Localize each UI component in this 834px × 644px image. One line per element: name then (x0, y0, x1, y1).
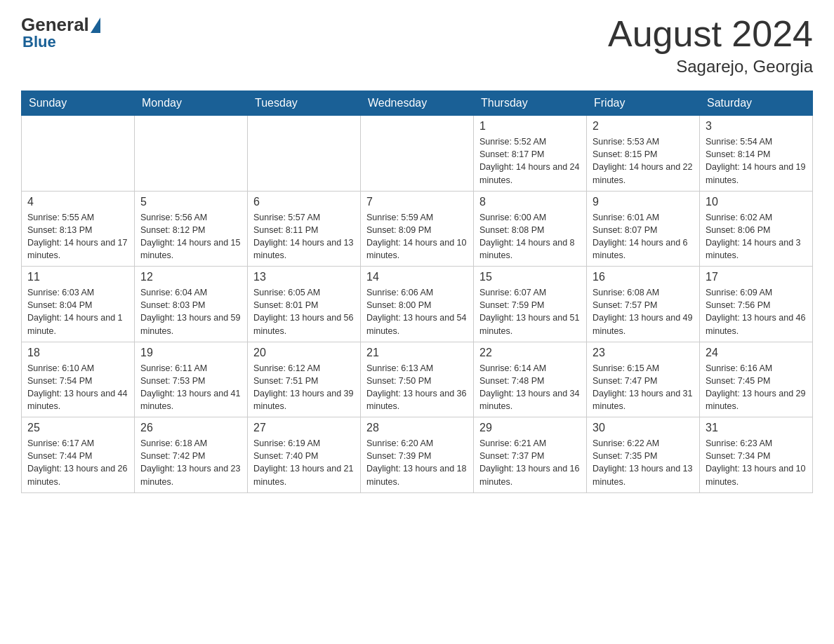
day-number: 10 (706, 196, 807, 208)
day-number: 14 (366, 271, 468, 283)
day-info: Sunrise: 5:57 AM Sunset: 8:11 PM Dayligh… (253, 211, 355, 262)
day-number: 5 (140, 196, 241, 208)
weekday-header-tuesday: Tuesday (248, 91, 361, 116)
day-number: 27 (253, 422, 355, 434)
day-info: Sunrise: 5:55 AM Sunset: 8:13 PM Dayligh… (27, 211, 128, 262)
day-info: Sunrise: 5:53 AM Sunset: 8:15 PM Dayligh… (593, 135, 694, 187)
weekday-header-sunday: Sunday (22, 91, 135, 116)
day-number: 7 (366, 196, 468, 208)
day-number: 20 (253, 347, 355, 359)
weekday-header-monday: Monday (135, 91, 248, 116)
day-number: 15 (479, 271, 581, 283)
day-number: 24 (706, 347, 807, 359)
calendar-cell: 7Sunrise: 5:59 AM Sunset: 8:09 PM Daylig… (361, 191, 474, 267)
calendar-cell: 31Sunrise: 6:23 AM Sunset: 7:34 PM Dayli… (700, 417, 813, 493)
day-info: Sunrise: 5:59 AM Sunset: 8:09 PM Dayligh… (366, 211, 468, 262)
calendar-cell: 4Sunrise: 5:55 AM Sunset: 8:13 PM Daylig… (22, 191, 135, 267)
day-number: 29 (479, 422, 581, 434)
calendar-cell (22, 116, 135, 192)
day-number: 4 (27, 196, 128, 208)
day-number: 23 (593, 347, 694, 359)
day-number: 26 (140, 422, 241, 434)
calendar-cell: 1Sunrise: 5:52 AM Sunset: 8:17 PM Daylig… (474, 116, 587, 192)
day-number: 25 (27, 422, 128, 434)
calendar-cell: 24Sunrise: 6:16 AM Sunset: 7:45 PM Dayli… (700, 342, 813, 417)
day-info: Sunrise: 6:07 AM Sunset: 7:59 PM Dayligh… (479, 286, 581, 337)
weekday-header-thursday: Thursday (474, 91, 587, 116)
calendar-cell: 20Sunrise: 6:12 AM Sunset: 7:51 PM Dayli… (248, 342, 361, 417)
day-number: 9 (593, 196, 694, 208)
calendar-cell: 23Sunrise: 6:15 AM Sunset: 7:47 PM Dayli… (587, 342, 700, 417)
day-info: Sunrise: 6:00 AM Sunset: 8:08 PM Dayligh… (479, 211, 581, 262)
day-info: Sunrise: 6:09 AM Sunset: 7:56 PM Dayligh… (706, 286, 807, 337)
logo-blue-text: Blue (22, 33, 56, 51)
calendar-cell: 29Sunrise: 6:21 AM Sunset: 7:37 PM Dayli… (474, 417, 587, 493)
day-info: Sunrise: 6:02 AM Sunset: 8:06 PM Dayligh… (706, 211, 807, 262)
calendar-cell: 9Sunrise: 6:01 AM Sunset: 8:07 PM Daylig… (587, 191, 700, 267)
location-text: Sagarejo, Georgia (608, 57, 813, 76)
day-info: Sunrise: 6:13 AM Sunset: 7:50 PM Dayligh… (366, 362, 468, 413)
day-number: 1 (479, 120, 581, 133)
calendar-cell: 2Sunrise: 5:53 AM Sunset: 8:15 PM Daylig… (587, 116, 700, 192)
calendar-cell: 11Sunrise: 6:03 AM Sunset: 8:04 PM Dayli… (22, 267, 135, 342)
day-info: Sunrise: 6:23 AM Sunset: 7:34 PM Dayligh… (706, 437, 807, 488)
day-number: 19 (140, 347, 241, 359)
day-info: Sunrise: 6:01 AM Sunset: 8:07 PM Dayligh… (593, 211, 694, 262)
calendar-cell: 28Sunrise: 6:20 AM Sunset: 7:39 PM Dayli… (361, 417, 474, 493)
calendar-cell: 10Sunrise: 6:02 AM Sunset: 8:06 PM Dayli… (700, 191, 813, 267)
calendar-cell: 19Sunrise: 6:11 AM Sunset: 7:53 PM Dayli… (135, 342, 248, 417)
weekday-header-row: SundayMondayTuesdayWednesdayThursdayFrid… (22, 91, 813, 116)
day-number: 31 (706, 422, 807, 434)
month-title: August 2024 (608, 14, 813, 54)
calendar-cell: 17Sunrise: 6:09 AM Sunset: 7:56 PM Dayli… (700, 267, 813, 342)
day-info: Sunrise: 6:17 AM Sunset: 7:44 PM Dayligh… (27, 437, 128, 488)
weekday-header-friday: Friday (587, 91, 700, 116)
day-info: Sunrise: 6:16 AM Sunset: 7:45 PM Dayligh… (706, 362, 807, 413)
calendar-cell: 22Sunrise: 6:14 AM Sunset: 7:48 PM Dayli… (474, 342, 587, 417)
calendar-cell: 25Sunrise: 6:17 AM Sunset: 7:44 PM Dayli… (22, 417, 135, 493)
day-info: Sunrise: 5:56 AM Sunset: 8:12 PM Dayligh… (140, 211, 241, 262)
day-number: 6 (253, 196, 355, 208)
day-number: 2 (593, 120, 694, 133)
calendar-week-row-4: 18Sunrise: 6:10 AM Sunset: 7:54 PM Dayli… (22, 342, 813, 417)
day-info: Sunrise: 6:08 AM Sunset: 7:57 PM Dayligh… (593, 286, 694, 337)
calendar-cell: 27Sunrise: 6:19 AM Sunset: 7:40 PM Dayli… (248, 417, 361, 493)
day-info: Sunrise: 6:10 AM Sunset: 7:54 PM Dayligh… (27, 362, 128, 413)
day-info: Sunrise: 6:11 AM Sunset: 7:53 PM Dayligh… (140, 362, 241, 413)
day-info: Sunrise: 6:20 AM Sunset: 7:39 PM Dayligh… (366, 437, 468, 488)
day-info: Sunrise: 6:12 AM Sunset: 7:51 PM Dayligh… (253, 362, 355, 413)
page-header: General Blue August 2024 Sagarejo, Georg… (21, 14, 813, 76)
day-info: Sunrise: 6:04 AM Sunset: 8:03 PM Dayligh… (140, 286, 241, 337)
day-number: 30 (593, 422, 694, 434)
day-number: 11 (27, 271, 128, 283)
day-info: Sunrise: 6:14 AM Sunset: 7:48 PM Dayligh… (479, 362, 581, 413)
calendar-cell: 16Sunrise: 6:08 AM Sunset: 7:57 PM Dayli… (587, 267, 700, 342)
day-info: Sunrise: 5:54 AM Sunset: 8:14 PM Dayligh… (706, 135, 807, 187)
weekday-header-saturday: Saturday (700, 91, 813, 116)
calendar-cell: 26Sunrise: 6:18 AM Sunset: 7:42 PM Dayli… (135, 417, 248, 493)
day-info: Sunrise: 6:15 AM Sunset: 7:47 PM Dayligh… (593, 362, 694, 413)
day-info: Sunrise: 6:19 AM Sunset: 7:40 PM Dayligh… (253, 437, 355, 488)
logo: General Blue (21, 14, 102, 51)
calendar-cell: 8Sunrise: 6:00 AM Sunset: 8:08 PM Daylig… (474, 191, 587, 267)
calendar-cell (248, 116, 361, 192)
calendar-cell: 3Sunrise: 5:54 AM Sunset: 8:14 PM Daylig… (700, 116, 813, 192)
day-number: 3 (706, 120, 807, 133)
day-number: 21 (366, 347, 468, 359)
calendar-table: SundayMondayTuesdayWednesdayThursdayFrid… (21, 90, 813, 493)
calendar-week-row-5: 25Sunrise: 6:17 AM Sunset: 7:44 PM Dayli… (22, 417, 813, 493)
day-info: Sunrise: 6:03 AM Sunset: 8:04 PM Dayligh… (27, 286, 128, 337)
day-number: 8 (479, 196, 581, 208)
day-info: Sunrise: 6:21 AM Sunset: 7:37 PM Dayligh… (479, 437, 581, 488)
title-section: August 2024 Sagarejo, Georgia (608, 14, 813, 76)
calendar-cell: 15Sunrise: 6:07 AM Sunset: 7:59 PM Dayli… (474, 267, 587, 342)
logo-triangle-icon (91, 18, 100, 33)
day-number: 13 (253, 271, 355, 283)
day-info: Sunrise: 5:52 AM Sunset: 8:17 PM Dayligh… (479, 135, 581, 187)
day-number: 22 (479, 347, 581, 359)
calendar-cell: 6Sunrise: 5:57 AM Sunset: 8:11 PM Daylig… (248, 191, 361, 267)
weekday-header-wednesday: Wednesday (361, 91, 474, 116)
day-info: Sunrise: 6:05 AM Sunset: 8:01 PM Dayligh… (253, 286, 355, 337)
calendar-cell: 13Sunrise: 6:05 AM Sunset: 8:01 PM Dayli… (248, 267, 361, 342)
day-number: 28 (366, 422, 468, 434)
